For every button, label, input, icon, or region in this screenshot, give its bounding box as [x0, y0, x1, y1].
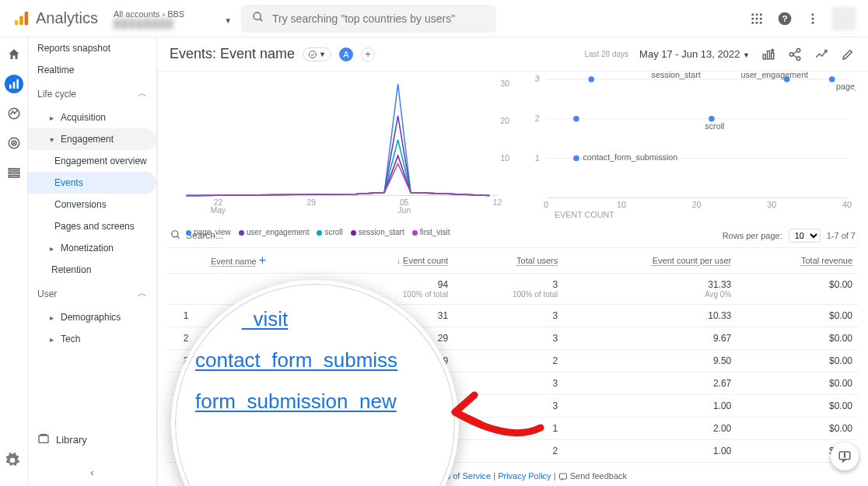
- reports-icon[interactable]: [5, 75, 23, 93]
- line-chart-legend: page_viewuser_engagementscrollsession_st…: [170, 226, 521, 241]
- charts-row: 10203022May2905Jun12 page_viewuser_engag…: [158, 72, 868, 224]
- nav-reports-snapshot[interactable]: Reports snapshot: [28, 37, 156, 59]
- help-icon[interactable]: ?: [776, 10, 793, 27]
- date-range-picker[interactable]: May 17 - Jun 13, 2022 ▼: [639, 48, 750, 60]
- nav-library[interactable]: Library: [28, 424, 156, 455]
- nav-engagement[interactable]: ▾Engagement: [28, 128, 156, 150]
- search-input[interactable]: [272, 12, 485, 25]
- nav-monetization[interactable]: ▸Monetization: [28, 237, 156, 259]
- filter-pill[interactable]: ▼: [303, 47, 331, 61]
- nav-pages-screens[interactable]: Pages and screens: [28, 215, 156, 237]
- nav-conversions[interactable]: Conversions: [28, 194, 156, 215]
- svg-point-10: [760, 17, 762, 19]
- chevron-up-icon: ︿: [138, 87, 147, 100]
- crumb-acct[interactable]: BBS: [167, 9, 184, 19]
- rows-per-page-select[interactable]: 10: [789, 229, 821, 243]
- nav-engagement-overview[interactable]: Engagement overview: [28, 150, 156, 172]
- insights-icon[interactable]: [814, 47, 829, 62]
- legend-item[interactable]: first_visit: [412, 228, 450, 236]
- top-icons: ?: [748, 7, 856, 30]
- svg-point-7: [760, 13, 762, 16]
- nav-acquisition[interactable]: ▸Acquisition: [28, 107, 156, 128]
- col-total-users[interactable]: Total users: [516, 256, 558, 265]
- share-icon[interactable]: [787, 47, 803, 62]
- table-range: 1-7 of 7: [827, 231, 856, 240]
- explore-icon[interactable]: [5, 104, 23, 123]
- send-feedback-link[interactable]: Send feedback: [558, 471, 627, 481]
- col-event-name[interactable]: Event name: [211, 257, 257, 266]
- nav-user-header[interactable]: User ︿: [28, 281, 156, 306]
- svg-text:12: 12: [493, 198, 502, 207]
- svg-text:EVENT COUNT: EVENT COUNT: [555, 210, 614, 219]
- report-header: Events: Event name ▼ A + Last 28 days Ma…: [157, 37, 868, 72]
- legend-item[interactable]: user_engagement: [239, 228, 310, 236]
- customize-report-icon[interactable]: [761, 47, 776, 62]
- ga-logo[interactable]: Analytics: [12, 9, 98, 27]
- legend-item[interactable]: scroll: [317, 228, 342, 236]
- svg-rect-19: [9, 85, 12, 89]
- gear-icon[interactable]: [5, 453, 20, 470]
- advertising-icon[interactable]: [5, 134, 23, 152]
- svg-point-34: [796, 48, 800, 52]
- svg-point-9: [756, 17, 758, 19]
- svg-rect-1: [19, 16, 23, 25]
- add-dimension-icon[interactable]: +: [259, 253, 266, 267]
- svg-text:30: 30: [500, 79, 509, 88]
- avatar[interactable]: [832, 7, 856, 30]
- account-picker[interactable]: All accounts › BBS ████████ ▼: [107, 9, 232, 28]
- svg-point-6: [756, 13, 758, 16]
- edit-icon[interactable]: [840, 47, 856, 62]
- svg-text:29: 29: [306, 198, 316, 207]
- library-icon: [37, 432, 50, 447]
- col-event-count[interactable]: Event count: [403, 256, 448, 265]
- home-icon[interactable]: [5, 45, 23, 64]
- expand-icon: ▸: [47, 244, 56, 253]
- segment-badge[interactable]: A: [339, 47, 353, 61]
- svg-point-60: [589, 76, 595, 82]
- svg-rect-2: [25, 11, 29, 24]
- global-search[interactable]: [241, 5, 496, 33]
- nav-realtime[interactable]: Realtime: [28, 59, 156, 81]
- footer-privacy[interactable]: Privacy Policy: [498, 471, 551, 481]
- nav-lifecycle-header[interactable]: Life cycle ︿: [28, 81, 156, 107]
- crumb-all[interactable]: All accounts: [114, 9, 159, 19]
- collapse-nav-icon[interactable]: ‹: [28, 467, 156, 478]
- svg-rect-32: [768, 51, 770, 59]
- svg-text:2: 2: [535, 114, 540, 123]
- svg-text:user_engagement: user_engagement: [741, 72, 809, 79]
- add-segment-button[interactable]: +: [361, 47, 375, 61]
- svg-point-25: [13, 142, 15, 144]
- svg-point-8: [751, 17, 754, 19]
- legend-item[interactable]: session_start: [351, 228, 404, 236]
- nav-events[interactable]: Events: [28, 172, 156, 194]
- chevron-up-icon: ︿: [138, 287, 147, 300]
- col-per-user[interactable]: Event count per user: [653, 256, 732, 265]
- nav-retention[interactable]: Retention: [28, 259, 156, 281]
- svg-point-35: [789, 52, 793, 56]
- nav-demographics[interactable]: ▸Demographics: [28, 306, 156, 328]
- more-vert-icon[interactable]: [804, 10, 821, 27]
- svg-text:May: May: [211, 206, 226, 215]
- svg-point-18: [812, 21, 814, 23]
- svg-text:3: 3: [535, 74, 540, 83]
- configure-icon[interactable]: [5, 163, 23, 182]
- nav-tech[interactable]: ▸Tech: [28, 328, 156, 350]
- svg-point-62: [829, 76, 835, 82]
- expand-icon: ▸: [47, 335, 56, 344]
- feedback-fab[interactable]: !: [831, 442, 859, 470]
- svg-rect-21: [16, 79, 19, 89]
- property-name-blurred: ████████: [114, 19, 226, 28]
- svg-rect-31: [763, 54, 765, 59]
- report-title: Events: Event name: [170, 46, 295, 62]
- legend-item[interactable]: page_view: [186, 228, 231, 236]
- date-preset-label: Last 28 days: [584, 50, 628, 58]
- topbar: Analytics All accounts › BBS ████████ ▼ …: [0, 0, 868, 37]
- col-revenue[interactable]: Total revenue: [801, 256, 852, 265]
- apps-icon[interactable]: [748, 10, 765, 27]
- svg-text:0: 0: [544, 200, 548, 209]
- svg-point-66: [573, 116, 579, 122]
- svg-rect-27: [9, 172, 19, 173]
- collapse-icon: ▾: [47, 135, 56, 144]
- svg-point-36: [796, 57, 800, 61]
- svg-text:20: 20: [692, 200, 702, 209]
